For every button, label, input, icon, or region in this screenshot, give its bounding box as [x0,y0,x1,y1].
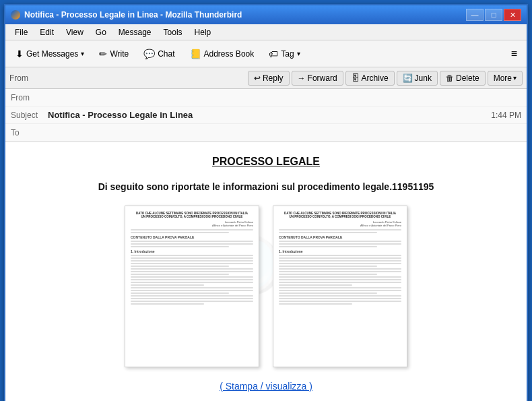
address-book-label: Address Book [204,49,255,59]
toolbar: ⬇ Get Messages ▾ ✏ Write 💬 Chat 📒 Addres… [5,40,527,67]
window-controls: — □ ✕ [466,9,521,21]
forward-button[interactable]: → Forward [292,71,343,86]
doc1-body11 [131,303,204,305]
doc2-intro4 [279,263,401,264]
doc1-intro2 [131,257,253,259]
doc2-body6 [279,290,401,291]
menu-help[interactable]: Help [189,26,217,38]
doc1-line4 [131,243,253,245]
doc2-body9 [279,298,401,299]
app-logo [11,10,20,20]
close-button[interactable]: ✕ [504,9,521,21]
menu-go[interactable]: Go [90,26,112,38]
address-book-icon: 📒 [190,49,201,59]
doc1-line2 [131,232,229,233]
doc2-intro2 [279,257,401,259]
archive-icon: 🗄 [352,73,360,83]
get-messages-label: Get Messages [26,49,78,59]
doc1-intro6 [131,268,253,270]
junk-icon: 🔄 [403,73,413,83]
forward-label: Forward [308,73,337,83]
action-bar: From ↩ Reply → Forward 🗄 Archive 🔄 Junk … [5,67,527,89]
doc2-body5 [279,287,401,288]
menu-file[interactable]: File [9,26,33,38]
titlebar: Notifica - Processo Legale in Linea - Mo… [5,5,527,24]
doc1-intro4 [131,263,253,264]
doc1-intro8 [131,274,229,275]
minimize-button[interactable]: — [466,9,484,21]
subject-field-label: Subject [11,111,48,120]
titlebar-left: Notifica - Processo Legale in Linea - Mo… [11,10,242,20]
doc2-intro7 [279,271,401,272]
doc2-body11 [279,303,352,305]
dropdown-arrow-icon[interactable]: ▾ [81,50,84,57]
doc2-line4 [279,243,401,245]
tag-button[interactable]: 🏷 Tag ▾ [263,45,306,63]
more-label: More [494,73,512,83]
doc1-body3 [131,282,253,283]
hamburger-menu-button[interactable]: ≡ [506,45,523,63]
doc1-intro7 [131,271,253,272]
tag-dropdown-icon[interactable]: ▾ [297,50,300,57]
doc2-intro1 [279,255,401,256]
write-label: Write [110,49,129,59]
doc2-intro3 [279,260,401,261]
window-title: Notifica - Processo Legale in Linea - Mo… [24,10,242,20]
doc2-body3 [279,282,401,283]
documents-container: DATO CHE ALCUNE SETTIMANE SONO RIFORMATE… [26,206,506,367]
chat-button[interactable]: 💬 Chat [137,45,180,63]
tag-label: Tag [281,49,294,59]
reply-label: Reply [263,73,284,83]
delete-label: Delete [456,73,479,83]
email-body-intro: Di seguito sono riportate le informazion… [26,181,506,192]
doc1-signer: Leonardo Pietro EclisseAlfinco e Autorta… [131,220,253,227]
archive-button[interactable]: 🗄 Archive [345,71,395,86]
menu-message[interactable]: Message [113,26,157,38]
document-preview-2: DATO CHE ALCUNE SETTIMANE SONO RIFORMATE… [273,206,407,367]
menu-edit[interactable]: Edit [34,26,59,38]
doc2-line5 [279,246,377,247]
delete-icon: 🗑 [446,73,454,83]
doc1-header: DATO CHE ALCUNE SETTIMANE SONO RIFORMATE… [131,212,253,218]
doc2-body2 [279,279,401,280]
doc2-header: DATO CHE ALCUNE SETTIMANE SONO RIFORMATE… [279,212,401,218]
write-button[interactable]: ✏ Write [93,45,135,63]
address-book-button[interactable]: 📒 Address Book [184,45,261,63]
delete-button[interactable]: 🗑 Delete [440,71,486,86]
toolbar-right: ≡ [506,45,523,63]
email-link[interactable]: ( Stampa / visualizza ) [26,381,506,392]
reply-button[interactable]: ↩ Reply [248,71,290,86]
chat-icon: 💬 [143,49,155,59]
junk-button[interactable]: 🔄 Junk [397,71,438,86]
doc1-body7 [131,292,229,294]
from-row: From [5,89,527,106]
get-messages-icon: ⬇ [15,49,24,59]
doc2-body10 [279,301,401,302]
maximize-button[interactable]: □ [485,9,502,21]
junk-label: Junk [415,73,432,83]
doc2-intro8 [279,274,377,275]
doc1-line1 [131,229,253,230]
doc2-intro6 [279,268,401,270]
more-button[interactable]: More ▾ [488,71,523,86]
doc2-intro-label: 1. Introduzione [279,249,401,253]
doc2-body1 [279,276,401,278]
get-messages-button[interactable]: ⬇ Get Messages ▾ [9,45,90,63]
doc2-line3 [279,241,401,242]
doc1-intro3 [131,260,253,261]
main-window: Notifica - Processo Legale in Linea - Mo… [4,4,528,401]
doc2-line2 [279,232,377,233]
doc1-body10 [131,301,253,302]
doc1-subject: CONTENUTO DALLA PROVA PARZIALE [131,235,253,239]
doc1-body2 [131,279,253,280]
more-dropdown-icon: ▾ [513,74,517,82]
doc2-body4 [279,284,352,286]
doc1-intro1 [131,255,253,256]
menu-view[interactable]: View [61,26,89,38]
chat-label: Chat [158,49,174,59]
tag-icon: 🏷 [269,49,278,59]
doc2-intro5 [279,266,377,267]
write-icon: ✏ [99,49,107,59]
menu-tools[interactable]: Tools [158,26,188,38]
to-field-label: To [11,128,48,137]
